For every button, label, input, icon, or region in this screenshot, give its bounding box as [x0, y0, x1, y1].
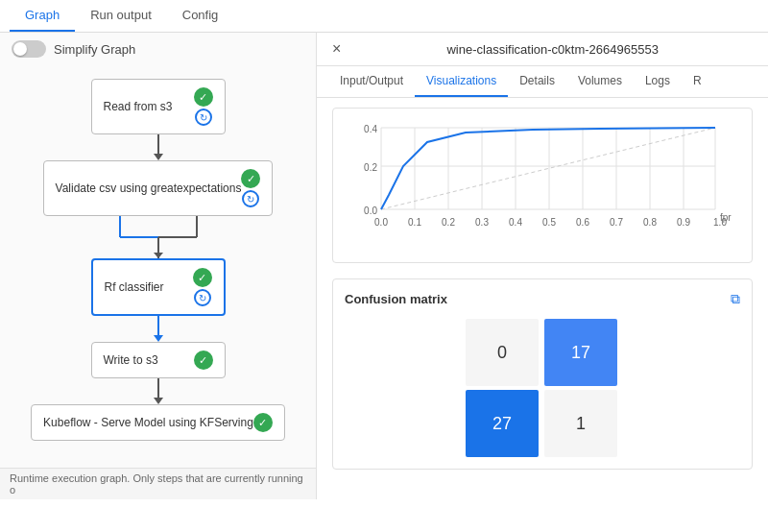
simplify-label: Simplify Graph [54, 42, 135, 57]
connector-4 [154, 378, 163, 404]
svg-text:0.6: 0.6 [576, 217, 589, 228]
refresh-icon: ↻ [195, 109, 212, 126]
node-label: Kubeflow - Serve Model using KFServing [43, 416, 253, 429]
check-icon: ✓ [253, 413, 273, 432]
svg-text:0.5: 0.5 [542, 217, 556, 228]
svg-line-23 [381, 128, 715, 209]
arrow-down-blue [154, 335, 163, 342]
roc-chart-container: 0.4 0.2 0.0 [332, 108, 753, 263]
arrow-down [154, 398, 163, 404]
detail-title: wine-classification-c0ktm-2664965553 [352, 42, 753, 57]
graph-panel: Simplify Graph Read from s3 ✓ ↻ Validate… [0, 33, 317, 499]
svg-text:0.2: 0.2 [442, 217, 455, 228]
check-icon: ✓ [193, 268, 212, 287]
tab-config[interactable]: Config [167, 0, 234, 32]
svg-text:0.2: 0.2 [364, 162, 377, 173]
svg-text:0.8: 0.8 [643, 217, 657, 228]
arrow-down [154, 154, 163, 160]
confusion-matrix-grid: 0 17 27 1 [466, 319, 619, 457]
check-icon: ✓ [194, 351, 213, 370]
tab-r[interactable]: R [682, 66, 713, 97]
simplify-row: Simplify Graph [0, 33, 316, 65]
connector-3 [154, 316, 163, 342]
connector-svg [62, 216, 254, 258]
node-rf-classifier[interactable]: Rf classifier ✓ ↻ [91, 258, 226, 316]
svg-text:0.9: 0.9 [677, 217, 690, 228]
tab-volumes[interactable]: Volumes [566, 66, 634, 97]
svg-text:0.4: 0.4 [509, 217, 522, 228]
dual-connector [62, 216, 254, 258]
cm-cell-1-0: 27 [466, 390, 539, 457]
detail-content: 0.4 0.2 0.0 [317, 98, 768, 499]
refresh-icon: ↻ [194, 289, 211, 306]
node-write-s3[interactable]: Write to s3 ✓ [91, 342, 226, 378]
tab-run-output[interactable]: Run output [75, 0, 167, 32]
check-icon: ✓ [241, 169, 260, 188]
node-label: Read from s3 [104, 100, 194, 113]
confusion-matrix-container: Confusion matrix ⧉ 0 17 27 1 [332, 278, 753, 470]
node-icons: ✓ [194, 351, 213, 370]
line-v [157, 134, 159, 154]
check-icon: ✓ [194, 87, 213, 107]
external-link-icon[interactable]: ⧉ [731, 291, 740, 307]
svg-text:0.3: 0.3 [475, 217, 489, 228]
detail-tabs: Input/Output Visualizations Details Volu… [317, 66, 768, 98]
toggle-knob [13, 42, 27, 56]
cm-cell-0-0: 0 [466, 319, 539, 386]
status-text: Runtime execution graph. Only steps that… [10, 472, 303, 496]
pipeline-graph: Read from s3 ✓ ↻ Validate csv using grea… [0, 65, 316, 450]
svg-text:0.0: 0.0 [364, 206, 377, 216]
svg-text:fpr: fpr [720, 212, 732, 223]
node-icons: ✓ ↻ [241, 169, 260, 207]
tab-visualizations[interactable]: Visualizations [415, 66, 508, 97]
close-button[interactable]: × [332, 40, 341, 58]
svg-text:0.4: 0.4 [364, 124, 377, 134]
roc-chart-area: 0.4 0.2 0.0 [343, 118, 742, 253]
tab-graph[interactable]: Graph [10, 0, 75, 32]
svg-text:0.7: 0.7 [610, 217, 623, 228]
node-label: Rf classifier [105, 280, 193, 294]
simplify-toggle[interactable] [12, 40, 46, 58]
svg-text:0.1: 0.1 [408, 217, 421, 228]
tab-details[interactable]: Details [508, 66, 566, 97]
roc-svg: 0.4 0.2 0.0 [343, 118, 742, 233]
refresh-icon: ↻ [242, 190, 259, 207]
connector-1 [154, 134, 163, 160]
cm-cell-1-1: 1 [544, 390, 617, 457]
node-kubeflow[interactable]: Kubeflow - Serve Model using KFServing ✓ [31, 404, 285, 441]
node-icons: ✓ [253, 413, 273, 432]
line-v [157, 378, 159, 398]
cm-cell-0-1: 17 [544, 319, 617, 386]
tab-input-output[interactable]: Input/Output [328, 66, 415, 97]
detail-header: × wine-classification-c0ktm-2664965553 [317, 33, 768, 66]
confusion-title: Confusion matrix [345, 292, 447, 306]
node-read-s3[interactable]: Read from s3 ✓ ↻ [91, 79, 226, 134]
node-icons: ✓ ↻ [193, 268, 212, 306]
confusion-header: Confusion matrix ⧉ [345, 291, 740, 307]
tab-logs[interactable]: Logs [634, 66, 682, 97]
line-v-blue [157, 316, 159, 335]
main-content: Simplify Graph Read from s3 ✓ ↻ Validate… [0, 33, 768, 499]
node-label: Write to s3 [104, 353, 194, 367]
detail-panel: × wine-classification-c0ktm-2664965553 I… [317, 33, 768, 499]
svg-text:0.0: 0.0 [374, 217, 388, 228]
node-validate-csv[interactable]: Validate csv using greatexpectations ✓ ↻ [43, 160, 274, 216]
status-bar: Runtime execution graph. Only steps that… [0, 468, 316, 499]
node-label: Validate csv using greatexpectations [56, 181, 242, 195]
main-tabs: Graph Run output Config [0, 0, 768, 33]
node-icons: ✓ ↻ [194, 87, 213, 126]
